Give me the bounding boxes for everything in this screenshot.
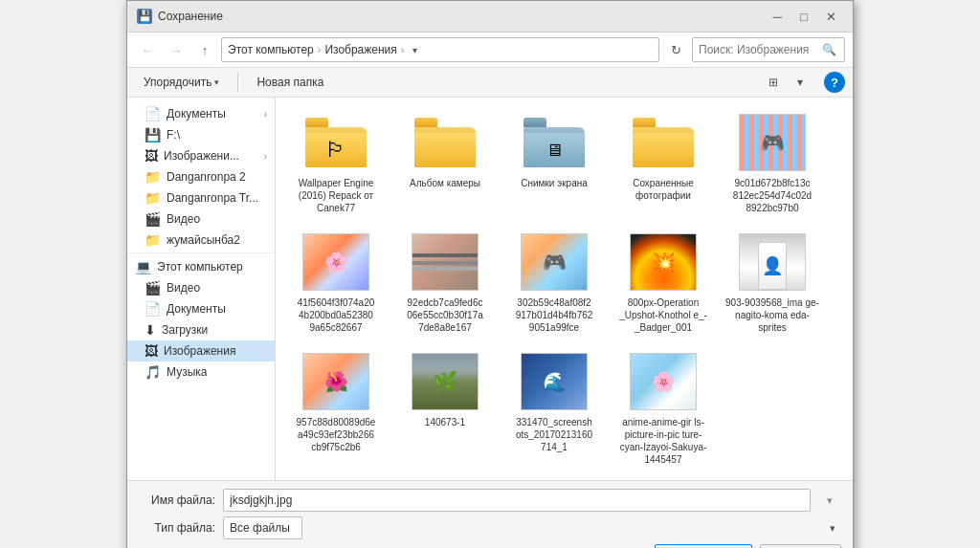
file-name-hash3: 92edcb7ca9fed6c 06e55cc0b30f17a 7de8a8e1… (397, 296, 493, 334)
thumb-img-img6: 🌊 (521, 353, 588, 410)
file-item-img6[interactable]: 🌊 331470_screensh ots_20170213160 714_1 (501, 344, 607, 472)
breadcrumb-pc: Этот компьютер (228, 43, 314, 56)
filetype-label: Тип файла: (139, 521, 215, 535)
refresh-button[interactable]: ↻ (663, 39, 688, 60)
toolbar: Упорядочить ▾ Новая папка ⊞ ▾ ? (127, 68, 853, 98)
new-folder-button[interactable]: Новая папка (248, 72, 332, 93)
maximize-button[interactable]: □ (791, 7, 816, 26)
breadcrumb-sep1: › (318, 44, 322, 55)
file-name-img4: 957c88d80089d6e a49c93ef23bb266 cb9f75c2… (288, 416, 384, 453)
file-item-img2[interactable]: 💥 800px-Operation _Upshot-Knothol e_-_Ba… (611, 225, 716, 340)
documents-icon: 📄 (145, 106, 161, 121)
thumb-img-hash2: 🌸 (302, 233, 369, 291)
filename-row: Имя файла: ▾ (139, 489, 841, 512)
sidebar-item-music[interactable]: 🎵 Музыка (127, 362, 275, 383)
arrange-button[interactable]: Упорядочить ▾ (135, 72, 228, 93)
sidebar-item-documents2[interactable]: 📄 Документы (127, 298, 275, 319)
sidebar-label-downloads: Загрузки (162, 323, 208, 337)
file-item-img1[interactable]: 🎮 302b59c48af08f2 917b01d4b4fb762 9051a9… (501, 225, 607, 340)
file-item-camera-album[interactable]: Альбом камеры (392, 105, 498, 221)
minimize-button[interactable]: ─ (765, 7, 790, 26)
search-input[interactable] (693, 43, 817, 56)
thumb-img-img3: 👤 (739, 233, 806, 291)
view-toggle-button[interactable]: ⊞ (761, 72, 786, 93)
title-bar: 💾 Сохранение ─ □ ✕ (127, 1, 853, 33)
file-name-img2: 800px-Operation _Upshot-Knothol e_-_Badg… (615, 296, 711, 334)
sidebar-item-danganronpa2[interactable]: 📁 Danganronpa 2 (127, 166, 275, 187)
file-item-img5[interactable]: 🌿 140673-1 (392, 344, 498, 472)
file-item-saved-photos[interactable]: Сохраненные фотографии (611, 105, 716, 221)
cancel-button[interactable]: Отмена (760, 544, 841, 548)
thumb-img1: 🎮 (520, 231, 589, 293)
folder-thumb-camera (411, 112, 479, 173)
thumb-img-img1: 🎮 (521, 233, 588, 291)
file-item-img7[interactable]: 🌸 anime-anime-gir ls-picture-in-pic ture… (611, 344, 716, 472)
save-button[interactable]: Сохранить (655, 544, 752, 548)
sidebar-item-fdrive[interactable]: 💾 F:\ (127, 124, 275, 145)
breadcrumb-sep2: › (401, 44, 405, 55)
close-button[interactable]: ✕ (818, 7, 843, 26)
images-icon: 🖼 (145, 148, 158, 164)
file-item-wallpaper-engine[interactable]: 🏳 Wallpaper Engine (2016) Repack от Cane… (283, 105, 389, 221)
buttons-row: Сохранить Отмена (139, 544, 841, 548)
help-button[interactable]: ? (824, 72, 845, 93)
main-area: 📄 Документы › 💾 F:\ 🖼 Изображени... › 📁 … (127, 98, 853, 480)
sidebar-expand-documents: › (264, 109, 267, 120)
breadcrumb-images: Изображения (324, 43, 396, 56)
sidebar-item-images2[interactable]: 🖼 Изображения (127, 340, 275, 362)
images2-icon: 🖼 (145, 343, 158, 359)
sidebar-item-video2[interactable]: 🎬 Видео (127, 277, 275, 298)
filetype-select[interactable]: Все файлы JPEG (*.jpg) PNG (*.png) BMP (… (223, 516, 302, 539)
sidebar-item-danganronpa-t[interactable]: 📁 Danganronpa Tr... (127, 187, 275, 208)
thumb-img-hash1: 🎮 (739, 114, 806, 171)
folder-thumb-screenshots: 🖥 (520, 112, 589, 173)
file-item-hash1[interactable]: 🎮 9c01d672b8fc13c 812ec254d74c02d 8922bc… (720, 105, 825, 221)
address-bar: ← → ↑ Этот компьютер › Изображения › ▾ ↻… (127, 33, 853, 68)
file-item-img4[interactable]: 🌺 957c88d80089d6e a49c93ef23bb266 cb9f75… (283, 344, 389, 472)
thumb-img4: 🌺 (301, 351, 370, 412)
filetype-row: Тип файла: Все файлы JPEG (*.jpg) PNG (*… (139, 516, 841, 539)
file-item-img3[interactable]: 👤 903-9039568_ima ge-nagito-koma eda-spr… (720, 225, 825, 340)
sidebar-item-downloads[interactable]: ⬇ Загрузки (127, 319, 275, 340)
bottom-bar: Имя файла: ▾ Тип файла: Все файлы JPEG (… (127, 480, 853, 548)
filename-input[interactable] (223, 489, 811, 512)
sidebar-item-video[interactable]: 🎬 Видео (127, 208, 275, 230)
search-box[interactable]: 🔍 (692, 37, 845, 62)
file-name-hash1: 9c01d672b8fc13c 812ec254d74c02d 8922bc97… (724, 177, 820, 214)
thumb-hash3 (411, 231, 479, 293)
thumb-img-img2: 💥 (630, 233, 697, 291)
sidebar: 📄 Документы › 💾 F:\ 🖼 Изображени... › 📁 … (127, 98, 276, 480)
file-name-camera-album: Альбом камеры (410, 177, 480, 189)
documents2-icon: 📄 (145, 301, 161, 317)
thumb-img-img7: 🌸 (630, 353, 697, 410)
sidebar-item-zhumaisy[interactable]: 📁 жумайсынба2 (127, 230, 275, 251)
folder-thumb-wallpaper: 🏳 (301, 112, 370, 173)
file-name-img3: 903-9039568_ima ge-nagito-koma eda-sprit… (724, 296, 820, 334)
file-item-hash3[interactable]: 92edcb7ca9fed6c 06e55cc0b30f17a 7de8a8e1… (392, 225, 498, 340)
view-controls: ⊞ ▾ ? (761, 72, 845, 93)
thumb-img7: 🌸 (629, 351, 698, 412)
thumb-img5: 🌿 (411, 351, 479, 412)
thumb-hash2: 🌸 (301, 231, 370, 293)
zhumaisy-icon: 📁 (145, 232, 161, 248)
file-name-img5: 140673-1 (425, 416, 465, 428)
danganronpa2-icon: 📁 (145, 169, 161, 185)
back-button[interactable]: ← (135, 39, 160, 60)
view-dropdown-button[interactable]: ▾ (788, 72, 813, 93)
sidebar-expand-images: › (264, 151, 267, 162)
content-area: 🏳 Wallpaper Engine (2016) Repack от Cane… (276, 98, 853, 480)
search-icon[interactable]: 🔍 (817, 43, 840, 56)
sidebar-item-documents[interactable]: 📄 Документы › (127, 103, 275, 124)
sidebar-item-thispc[interactable]: 💻 Этот компьютер (127, 256, 275, 277)
file-item-hash2[interactable]: 🌸 41f5604f3f074a20 4b200bd0a52380 9a65c8… (283, 225, 389, 340)
breadcrumb[interactable]: Этот компьютер › Изображения › ▾ (221, 37, 659, 62)
file-name-screenshots: Снимки экрана (521, 177, 588, 189)
sidebar-label-fdrive: F:\ (167, 128, 180, 142)
forward-button[interactable]: → (164, 39, 189, 60)
thumb-img-hash3 (412, 233, 479, 291)
up-button[interactable]: ↑ (192, 39, 217, 60)
folder-thumb-saved (629, 112, 698, 173)
sidebar-label-zhumaisy: жумайсынба2 (167, 233, 240, 247)
sidebar-item-images[interactable]: 🖼 Изображени... › (127, 145, 275, 166)
file-item-screenshots[interactable]: 🖥 Снимки экрана (501, 105, 607, 221)
